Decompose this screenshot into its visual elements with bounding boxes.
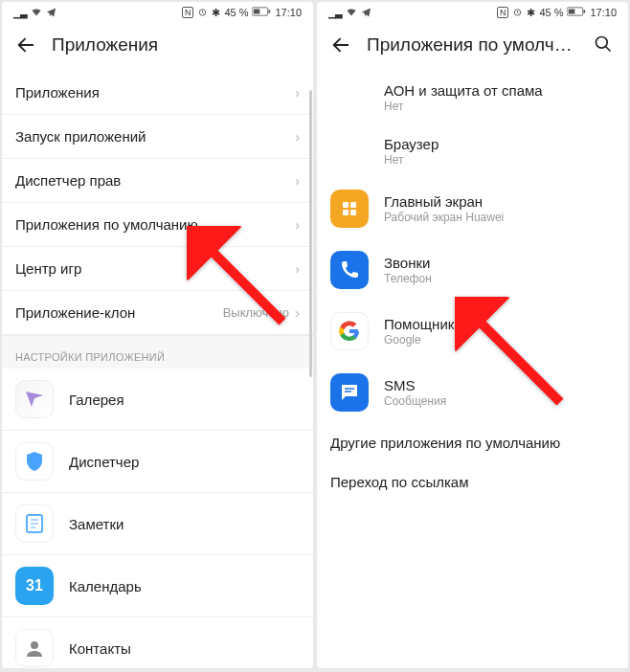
item-sms[interactable]: SMS Сообщения <box>317 362 628 423</box>
app-calendar[interactable]: 31 Календарь <box>2 555 313 617</box>
row-app-clone[interactable]: Приложение-клон Выключено › <box>2 291 313 335</box>
item-other-defaults[interactable]: Другие приложения по умолчанию <box>317 423 628 462</box>
item-title: Помощник <box>384 316 615 332</box>
row-label: Приложения по умолчанию <box>15 216 295 233</box>
row-apps[interactable]: Приложения › <box>2 71 313 115</box>
row-label: Приложение-клон <box>15 304 223 321</box>
sms-icon <box>330 373 369 412</box>
row-label: Запуск приложений <box>15 128 295 145</box>
page-title: Приложения по умолча... <box>367 34 578 56</box>
item-subtitle: Телефон <box>384 272 615 285</box>
chevron-right-icon: › <box>295 84 300 101</box>
item-subtitle: Google <box>384 333 615 347</box>
app-name: Диспетчер <box>69 454 300 470</box>
item-caller-id[interactable]: АОН и защита от спама Нет <box>317 71 628 124</box>
telegram-icon <box>361 7 371 19</box>
app-name: Заметки <box>69 516 300 532</box>
row-game-center[interactable]: Центр игр › <box>2 247 313 291</box>
item-title: Звонки <box>384 255 615 271</box>
gallery-icon <box>15 380 54 418</box>
content-area[interactable]: АОН и защита от спама Нет Браузер Нет Гл… <box>317 71 628 668</box>
contacts-icon <box>15 629 54 667</box>
google-icon <box>330 312 369 350</box>
item-title: Переход по ссылкам <box>330 474 468 490</box>
phone-icon <box>330 251 369 289</box>
row-label: Приложения <box>15 84 295 101</box>
telegram-icon <box>46 7 56 19</box>
battery-icon <box>567 7 586 18</box>
app-name: Календарь <box>69 578 300 594</box>
app-gallery[interactable]: Галерея <box>2 369 313 431</box>
chevron-right-icon: › <box>295 304 300 321</box>
chevron-right-icon: › <box>295 128 300 145</box>
status-bar: ▁▃ N ✱ 45 % 17:10 <box>317 2 628 23</box>
bluetooth-icon: ✱ <box>212 7 220 19</box>
svg-rect-12 <box>569 10 575 14</box>
notes-icon <box>15 504 54 543</box>
home-icon <box>330 190 369 228</box>
wifi-icon <box>31 6 42 20</box>
svg-rect-11 <box>584 10 586 12</box>
row-label: Диспетчер прав <box>15 172 295 189</box>
app-manager[interactable]: Диспетчер <box>2 431 313 493</box>
page-title: Приложения <box>52 34 300 56</box>
svg-rect-16 <box>350 202 356 208</box>
item-title: АОН и защита от спама <box>384 82 615 99</box>
row-permissions[interactable]: Диспетчер прав › <box>2 159 313 203</box>
item-calls[interactable]: Звонки Телефон <box>317 239 628 301</box>
phone-left: ▁▃ N ✱ 45 % 17:10 Приложения Приложения … <box>2 2 313 668</box>
back-button[interactable] <box>15 34 36 56</box>
title-bar: Приложения по умолча... <box>317 23 628 71</box>
status-bar: ▁▃ N ✱ 45 % 17:10 <box>2 2 313 23</box>
clock: 17:10 <box>590 7 617 18</box>
item-title: SMS <box>384 377 615 393</box>
row-default-apps[interactable]: Приложения по умолчанию › <box>2 203 313 247</box>
scrollbar[interactable] <box>309 71 313 668</box>
item-home[interactable]: Главный экран Рабочий экран Huawei <box>317 178 628 239</box>
alarm-icon <box>197 7 208 19</box>
back-button[interactable] <box>330 34 351 56</box>
bluetooth-icon: ✱ <box>527 7 535 19</box>
row-value: Выключено <box>223 305 289 320</box>
alarm-icon <box>512 7 523 19</box>
chevron-right-icon: › <box>295 172 300 189</box>
item-subtitle: Нет <box>384 100 615 113</box>
svg-point-8 <box>31 641 38 649</box>
app-notes[interactable]: Заметки <box>2 493 313 555</box>
status-left: ▁▃ <box>13 6 56 20</box>
svg-point-13 <box>596 37 608 49</box>
row-label: Центр игр <box>15 260 295 277</box>
item-title: Браузер <box>384 136 615 152</box>
item-subtitle: Рабочий экран Huawei <box>384 211 615 224</box>
wifi-icon <box>346 6 357 20</box>
signal-icon: ▁▃ <box>13 8 27 18</box>
row-app-launch[interactable]: Запуск приложений › <box>2 115 313 159</box>
svg-rect-17 <box>343 210 349 215</box>
content-area[interactable]: Приложения › Запуск приложений › Диспетч… <box>2 71 313 668</box>
status-right: N ✱ 45 % 17:10 <box>182 7 302 19</box>
app-name: Галерея <box>69 392 300 408</box>
app-name: Контакты <box>69 640 300 657</box>
item-title: Главный экран <box>384 193 615 210</box>
section-header: НАСТРОЙКИ ПРИЛОЖЕНИЙ <box>2 335 313 369</box>
search-button[interactable] <box>594 34 615 56</box>
chevron-right-icon: › <box>295 216 300 233</box>
item-assistant[interactable]: Помощник Google <box>317 301 628 362</box>
status-left: ▁▃ <box>328 6 371 20</box>
battery-percent: 45 % <box>224 7 248 18</box>
shield-icon <box>15 442 54 481</box>
item-browser[interactable]: Браузер Нет <box>317 124 628 178</box>
scrollbar-thumb[interactable] <box>309 90 312 377</box>
item-open-links[interactable]: Переход по ссылкам <box>317 462 628 502</box>
svg-rect-2 <box>269 10 271 12</box>
chevron-right-icon: › <box>295 260 300 277</box>
nfc-icon: N <box>182 7 194 18</box>
svg-rect-15 <box>343 202 349 208</box>
battery-percent: 45 % <box>539 7 563 18</box>
nfc-icon: N <box>497 7 509 18</box>
app-contacts[interactable]: Контакты <box>2 617 313 668</box>
item-subtitle: Сообщения <box>384 394 615 408</box>
item-subtitle: Нет <box>384 153 615 167</box>
svg-rect-18 <box>350 210 356 215</box>
phone-right: ▁▃ N ✱ 45 % 17:10 Приложения по умолча..… <box>317 2 628 668</box>
